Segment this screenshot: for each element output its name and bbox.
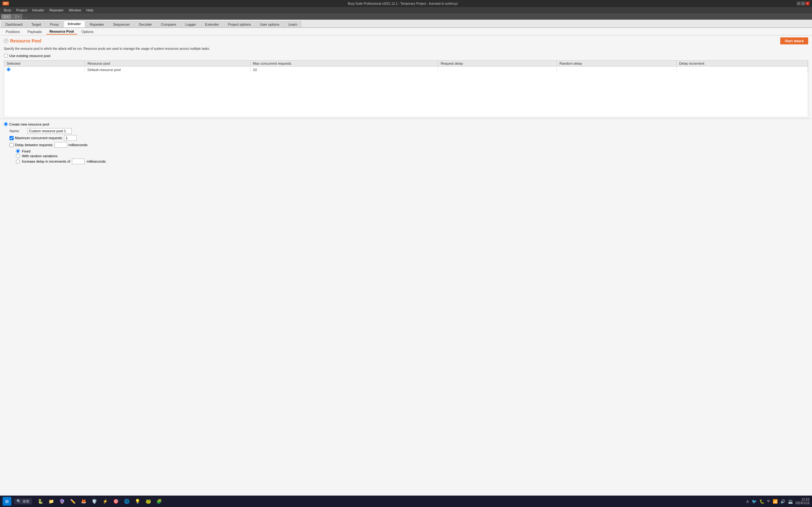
delay-options: Fixed With random variations Increase de… [9, 149, 808, 164]
start-button[interactable]: ⊞ [3, 497, 11, 506]
taskbar-app-8[interactable]: 🌐 [122, 497, 131, 506]
taskbar-search[interactable]: 🔍 搜索 [14, 498, 32, 504]
random-label: With random variations [22, 154, 58, 158]
instance-tab-2[interactable]: 2 × [12, 14, 22, 19]
tab-repeater[interactable]: Repeater [86, 21, 108, 27]
intruder-tab-payloads[interactable]: Payloads [24, 29, 45, 34]
taskbar-app-7[interactable]: 🎯 [111, 497, 120, 506]
increase-ms-label: milliseconds [87, 160, 106, 163]
tab-proxy[interactable]: Proxy [46, 21, 63, 27]
section-header: ? Resource Pool Start attack [0, 36, 812, 46]
tab-comparer[interactable]: Comparer [157, 21, 180, 27]
menu-help[interactable]: Help [84, 7, 96, 13]
delay-input[interactable] [55, 142, 67, 148]
random-radio[interactable] [16, 154, 20, 158]
name-label: Name: [9, 129, 25, 133]
delay-row: Delay between requests: milliseconds [9, 142, 808, 148]
menu-project[interactable]: Project [14, 7, 30, 13]
fixed-option: Fixed [16, 149, 808, 153]
menu-burp[interactable]: Burp [1, 7, 14, 13]
use-existing-option: Use existing resource pool [0, 52, 812, 59]
taskbar-app-0[interactable]: 🐍 [36, 497, 45, 506]
fixed-label: Fixed [22, 149, 31, 153]
taskbar-clock[interactable]: 21:53 2024/1/16 [796, 498, 810, 505]
increase-radio[interactable] [16, 160, 20, 164]
search-text: 搜索 [22, 499, 30, 504]
menu-window[interactable]: Window [66, 7, 84, 13]
section-title: Resource Pool [10, 38, 41, 44]
intruder-tab-positions[interactable]: Positions [3, 29, 23, 34]
fixed-radio[interactable] [16, 149, 20, 153]
tab-target[interactable]: Target [27, 21, 45, 27]
instance-tabs: 1 × 2 × ... [0, 13, 812, 20]
use-existing-radio[interactable] [4, 54, 8, 58]
create-new-radio[interactable] [4, 122, 8, 126]
clock-date: 2024/1/16 [796, 501, 810, 505]
taskbar-app-5[interactable]: 🛡️ [90, 497, 99, 506]
start-attack-button[interactable]: Start attack [780, 38, 808, 44]
increase-delay-input[interactable] [72, 159, 85, 164]
tab-sequencer[interactable]: Sequencer [109, 21, 134, 27]
max-concurrent-input[interactable] [64, 135, 77, 141]
taskbar-app-2[interactable]: 🔮 [57, 497, 66, 506]
help-icon[interactable]: ? [4, 39, 8, 43]
create-new-section: Create new resource pool Name: Maximum c… [0, 120, 812, 167]
intruder-tab-resource-pool[interactable]: Resource Pool [46, 29, 77, 35]
col-max-concurrent: Max concurrent requests [250, 61, 438, 67]
random-variation-option: With random variations [16, 154, 808, 158]
menu-repeater[interactable]: Repeater [47, 7, 66, 13]
col-request-delay: Request delay [438, 61, 557, 67]
row-delay-increment [676, 67, 808, 73]
taskbar-app-3[interactable]: ✏️ [68, 497, 77, 506]
taskbar-app-9[interactable]: 💡 [133, 497, 142, 506]
wifi-icon[interactable]: 📶 [773, 499, 778, 504]
instance-tab-1[interactable]: 1 × [1, 14, 11, 19]
system-tray-expand[interactable]: ∧ [746, 499, 749, 504]
tab-project-options[interactable]: Project options [224, 21, 255, 27]
max-concurrent-checkbox[interactable] [9, 136, 14, 140]
tab-intruder[interactable]: Intruder [64, 20, 85, 27]
tab-learn[interactable]: Learn [284, 21, 301, 27]
volume-icon[interactable]: 🔊 [780, 499, 786, 504]
col-random-delay: Random delay [557, 61, 676, 67]
intruder-nav: Positions Payloads Resource Pool Options [0, 28, 812, 36]
max-concurrent-row: Maximum concurrent requests: [9, 135, 808, 141]
clock-time: 21:53 [796, 498, 810, 501]
network-icon[interactable]: 💻 [788, 499, 793, 504]
taskbar-right: ∧ 🐦 🐛 中 📶 🔊 💻 21:53 2024/1/16 [746, 498, 810, 505]
col-name: Resource pool [85, 61, 250, 67]
title-bar-text: Burp Suite Professional v2021.12.1 - Tem… [9, 2, 797, 5]
close-button[interactable]: ✕ [806, 2, 809, 5]
increase-label: Increase delay in increments of [22, 160, 70, 163]
taskbar-app-1[interactable]: 📁 [47, 497, 55, 506]
create-new-option: Create new resource pool [4, 122, 808, 126]
maximize-button[interactable]: □ [801, 2, 805, 5]
tab-extender[interactable]: Extender [201, 21, 223, 27]
row-request-delay [438, 67, 557, 73]
minimize-button[interactable]: ─ [797, 2, 801, 5]
menu-intruder[interactable]: Intruder [30, 7, 47, 13]
col-selected: Selected [4, 61, 85, 67]
delay-checkbox[interactable] [9, 143, 14, 147]
row-selected[interactable] [4, 67, 85, 73]
instance-tab-more[interactable]: ... [23, 14, 28, 18]
resource-pool-table-container: Selected Resource pool Max concurrent re… [4, 60, 808, 117]
create-new-label: Create new resource pool [9, 122, 49, 126]
tab-dashboard[interactable]: Dashboard [1, 21, 26, 27]
taskbar-app-6[interactable]: ⚡ [101, 497, 109, 506]
tray-icon-2[interactable]: 🐛 [759, 499, 764, 504]
tray-icon-1[interactable]: 🐦 [752, 499, 757, 504]
intruder-tab-options[interactable]: Options [78, 29, 97, 34]
row-radio[interactable] [7, 67, 10, 71]
name-input[interactable] [27, 128, 72, 134]
taskbar-app-4[interactable]: 🦊 [79, 497, 88, 506]
tab-decoder[interactable]: Decoder [135, 21, 156, 27]
taskbar-app-10[interactable]: 🐸 [144, 497, 153, 506]
main-content: ? Resource Pool Start attack Specify the… [0, 36, 812, 496]
row-max-concurrent: 10 [250, 67, 438, 73]
taskbar-app-11[interactable]: 🧩 [155, 497, 163, 506]
description: Specify the resource pool in which the a… [0, 46, 812, 52]
tab-logger[interactable]: Logger [181, 21, 200, 27]
taskbar-apps: 🐍 📁 🔮 ✏️ 🦊 🛡️ ⚡ 🎯 🌐 💡 🐸 🧩 [36, 497, 163, 506]
tab-user-options[interactable]: User options [256, 21, 283, 27]
